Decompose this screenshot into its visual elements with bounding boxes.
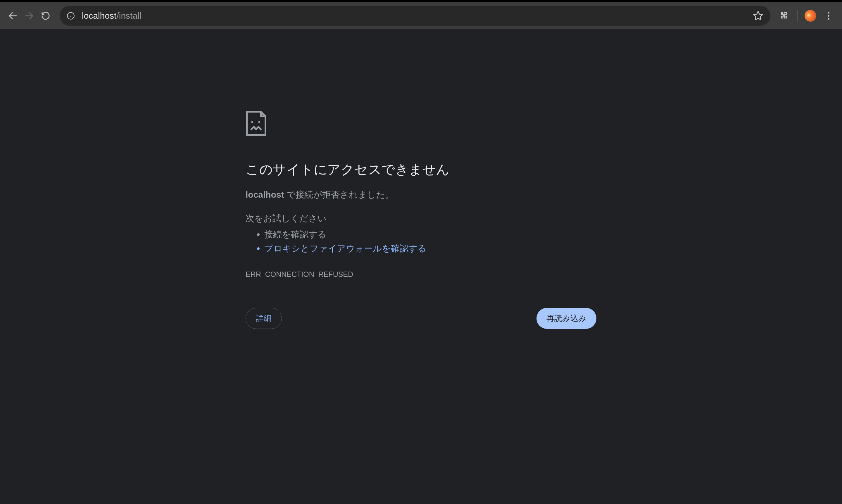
toolbar-right-group [776,10,837,22]
nav-button-group [5,10,54,22]
error-title: このサイトにアクセスできません [246,161,596,178]
error-container: このサイトにアクセスできません localhost で接続が拒否されました。 次… [246,110,596,329]
forward-button[interactable] [23,10,35,22]
url-path: /install [117,11,141,20]
address-bar[interactable]: localhost/install [60,6,770,26]
back-button[interactable] [7,10,19,22]
extensions-button[interactable] [780,11,790,21]
suggestion-list: 接続を確認する プロキシとファイアウォールを確認する [246,228,596,255]
more-vertical-icon [823,11,834,21]
reload-page-button[interactable]: 再読み込み [537,308,596,329]
profile-avatar[interactable] [805,10,816,22]
reload-button[interactable] [40,10,51,22]
sad-page-icon [246,110,267,136]
tab-strip [0,0,842,2]
error-desc-rest: で接続が拒否されました。 [284,190,394,199]
toolbar-divider [797,11,798,21]
error-host: localhost [246,190,284,199]
suggestion-check-connection: 接続を確認する [264,228,596,241]
url-host: localhost [82,11,117,20]
bookmark-star-icon[interactable] [753,11,763,21]
svg-rect-10 [258,121,260,123]
info-icon [67,12,75,20]
svg-marker-5 [754,12,763,20]
url-text: localhost/install [82,11,749,21]
svg-rect-9 [251,121,253,123]
button-row: 詳細 再読み込み [246,308,596,329]
page-content: このサイトにアクセスできません localhost で接続が拒否されました。 次… [0,29,842,504]
arrow-right-icon [24,11,35,21]
arrow-left-icon [7,11,18,21]
browser-toolbar: localhost/install [0,2,842,29]
svg-point-6 [828,12,829,14]
details-button[interactable]: 詳細 [246,308,282,329]
svg-point-7 [828,15,829,17]
reload-icon [41,11,50,20]
suggestion-check-proxy-firewall[interactable]: プロキシとファイアウォールを確認する [264,241,596,255]
puzzle-icon [780,11,790,21]
error-description: localhost で接続が拒否されました。 [246,189,596,201]
svg-point-8 [828,18,829,20]
error-code: ERR_CONNECTION_REFUSED [246,270,596,278]
try-label: 次をお試しください [246,213,596,224]
more-menu-button[interactable] [823,11,834,21]
